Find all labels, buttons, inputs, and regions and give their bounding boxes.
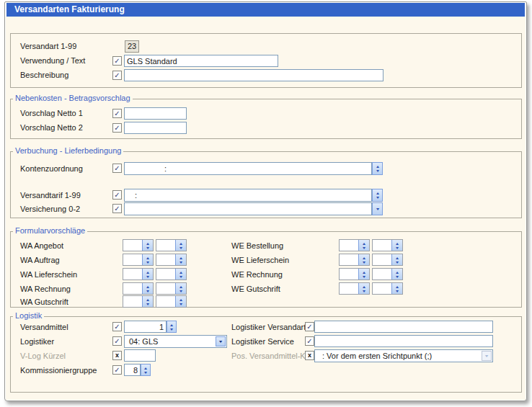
we-lieferschein-spin2[interactable]: ▲▼ bbox=[372, 254, 403, 266]
logistiker-dropdown-button[interactable]: ▼ bbox=[216, 336, 226, 346]
wa-rechnung-field1[interactable] bbox=[123, 283, 142, 294]
wa-auftrag-spin2[interactable]: ▲▼ bbox=[156, 254, 187, 266]
we-bestellung-spin1[interactable]: ▲▼ bbox=[339, 239, 370, 251]
beschreibung-input[interactable] bbox=[124, 69, 384, 81]
logistiker-service-checkbox[interactable]: ✓ bbox=[305, 336, 314, 346]
we-rechnung-field1[interactable] bbox=[340, 269, 358, 279]
wa-angebot-spin1[interactable]: ▲▼ bbox=[123, 239, 154, 251]
we-lieferschein-field1[interactable] bbox=[340, 254, 358, 265]
we-gutschrift-spinner2[interactable]: ▲▼ bbox=[391, 283, 402, 294]
logistiker-versandart-checkbox[interactable]: ✓ bbox=[305, 322, 314, 331]
wa-gutschrift-spinner1[interactable]: ▲▼ bbox=[142, 296, 153, 307]
verwendung-checkbox[interactable]: ✓ bbox=[112, 56, 122, 66]
we-gutschrift-field1[interactable] bbox=[340, 283, 358, 294]
wa-lieferschein-field2[interactable] bbox=[156, 269, 175, 279]
wa-lieferschein-spin1[interactable]: ▲▼ bbox=[123, 268, 154, 280]
wa-gutschrift-field2[interactable] bbox=[156, 296, 175, 307]
kontenzuordnung-checkbox[interactable]: ✓ bbox=[112, 164, 122, 173]
checkmark-icon: ✓ bbox=[113, 191, 121, 199]
versandtarif-spinner[interactable]: ▲▼ bbox=[372, 189, 383, 202]
wa-rechnung-spinner2[interactable]: ▲▼ bbox=[175, 283, 186, 294]
verbuchung-legend: Verbuchung - Lieferbedingung bbox=[13, 146, 123, 155]
pos-versandmittel-kz-checkbox[interactable]: x bbox=[305, 351, 314, 360]
wa-auftrag-spin1[interactable]: ▲▼ bbox=[123, 254, 154, 266]
spin-down-icon: ▼ bbox=[395, 260, 400, 264]
we-gutschrift-field2[interactable] bbox=[373, 283, 391, 294]
we-gutschrift-spin2[interactable]: ▲▼ bbox=[372, 282, 403, 295]
wa-angebot-field1[interactable] bbox=[123, 240, 142, 251]
wa-gutschrift-spin1[interactable]: ▲▼ bbox=[123, 295, 154, 308]
wa-gutschrift-spin2[interactable]: ▲▼ bbox=[156, 295, 187, 308]
we-bestellung-spinner1[interactable]: ▲▼ bbox=[358, 240, 369, 251]
versicherung-checkbox[interactable]: ✓ bbox=[112, 204, 122, 213]
pos-versandmittel-kz-select[interactable]: : Vor dem ersten Srichtpunkt (;) ▼ bbox=[314, 349, 493, 362]
wa-angebot-spin2[interactable]: ▲▼ bbox=[156, 239, 187, 251]
versandmittel-spinner[interactable]: ▲▼ bbox=[167, 321, 177, 333]
spin-down-icon: ▼ bbox=[146, 302, 151, 305]
we-bestellung-spinner2[interactable]: ▲▼ bbox=[391, 240, 402, 251]
we-bestellung-field1[interactable] bbox=[340, 240, 358, 251]
we-lieferschein-spinner1[interactable]: ▲▼ bbox=[358, 254, 369, 265]
we-rechnung-spinner1[interactable]: ▲▼ bbox=[358, 269, 369, 279]
wa-lieferschein-spin2[interactable]: ▲▼ bbox=[156, 268, 187, 280]
logistiker-service-input[interactable] bbox=[314, 335, 493, 347]
wa-rechnung-spinner1[interactable]: ▲▼ bbox=[142, 283, 153, 294]
netto1-input[interactable] bbox=[124, 107, 187, 120]
spin-up-icon: ▲ bbox=[179, 241, 184, 245]
nebenkosten-groupbox: Nebenkosten - Betragsvorschlag bbox=[10, 99, 522, 139]
we-lieferschein-field2[interactable] bbox=[373, 254, 391, 265]
we-rechnung-spinner2[interactable]: ▲▼ bbox=[391, 269, 402, 279]
wa-auftrag-field1[interactable] bbox=[123, 254, 142, 265]
we-lieferschein-spin1[interactable]: ▲▼ bbox=[339, 254, 370, 266]
we-lieferschein-spinner2[interactable]: ▲▼ bbox=[391, 254, 402, 265]
we-rechnung-field2[interactable] bbox=[373, 269, 391, 279]
we-gutschrift-spin1[interactable]: ▲▼ bbox=[339, 282, 370, 295]
wa-gutschrift-spinner2[interactable]: ▲▼ bbox=[175, 296, 186, 307]
we-rechnung-spin2[interactable]: ▲▼ bbox=[372, 268, 403, 280]
wa-angebot-spinner1[interactable]: ▲▼ bbox=[142, 240, 153, 251]
pos-versandmittel-kz-dropdown-button[interactable]: ▼ bbox=[482, 351, 492, 361]
wa-gutschrift-label: WA Gutschrift bbox=[20, 298, 68, 307]
versandmittel-checkbox[interactable]: ✓ bbox=[112, 322, 122, 331]
vlog-checkbox[interactable]: x bbox=[112, 351, 122, 360]
wa-lieferschein-spinner1[interactable]: ▲▼ bbox=[142, 269, 153, 279]
wa-angebot-spinner2[interactable]: ▲▼ bbox=[175, 240, 186, 251]
spin-up-icon: ▲ bbox=[179, 256, 184, 259]
dropdown-icon: ▼ bbox=[484, 354, 489, 357]
wa-rechnung-spin2[interactable]: ▲▼ bbox=[156, 282, 187, 295]
vlog-input[interactable] bbox=[124, 349, 156, 362]
we-bestellung-spin2[interactable]: ▲▼ bbox=[372, 239, 403, 251]
netto1-checkbox[interactable]: ✓ bbox=[112, 109, 122, 118]
versandtarif-checkbox[interactable]: ✓ bbox=[112, 190, 122, 200]
wa-gutschrift-field1[interactable] bbox=[123, 296, 142, 307]
versicherung-input[interactable] bbox=[124, 202, 372, 215]
kommissioniergruppe-checkbox[interactable]: ✓ bbox=[112, 365, 122, 375]
kontenzuordnung-input[interactable] bbox=[124, 162, 372, 175]
verwendung-input[interactable] bbox=[124, 55, 278, 67]
versandmittel-input[interactable] bbox=[124, 321, 167, 333]
beschreibung-checkbox[interactable]: ✓ bbox=[112, 71, 122, 80]
wa-rechnung-field2[interactable] bbox=[156, 283, 175, 294]
logistiker-checkbox[interactable]: ✓ bbox=[112, 336, 122, 346]
wa-auftrag-field2[interactable] bbox=[156, 254, 175, 265]
netto2-input[interactable] bbox=[124, 122, 187, 134]
versicherung-dropdown-button[interactable]: ▼ bbox=[372, 202, 383, 215]
wa-rechnung-spin1[interactable]: ▲▼ bbox=[123, 282, 154, 295]
we-gutschrift-spinner1[interactable]: ▲▼ bbox=[358, 283, 369, 294]
we-rechnung-spin1[interactable]: ▲▼ bbox=[339, 268, 370, 280]
wa-lieferschein-spinner2[interactable]: ▲▼ bbox=[175, 269, 186, 279]
kommissioniergruppe-spinner[interactable]: ▲▼ bbox=[141, 364, 151, 376]
we-bestellung-field2[interactable] bbox=[373, 240, 391, 251]
kommissioniergruppe-input[interactable] bbox=[124, 364, 141, 376]
wa-lieferschein-field1[interactable] bbox=[123, 269, 142, 279]
spin-up-icon: ▲ bbox=[375, 191, 380, 194]
wa-auftrag-spinner1[interactable]: ▲▼ bbox=[142, 254, 153, 265]
spin-down-icon: ▼ bbox=[179, 246, 184, 249]
versandtarif-input[interactable] bbox=[124, 189, 372, 202]
logistiker-versandart-input[interactable] bbox=[314, 321, 493, 333]
kontenzuordnung-spinner[interactable]: ▲▼ bbox=[372, 162, 383, 175]
netto2-checkbox[interactable]: ✓ bbox=[112, 123, 122, 133]
wa-angebot-field2[interactable] bbox=[156, 240, 175, 251]
wa-auftrag-spinner2[interactable]: ▲▼ bbox=[175, 254, 186, 265]
logistiker-select[interactable]: 04: GLS ▼ bbox=[124, 335, 227, 348]
